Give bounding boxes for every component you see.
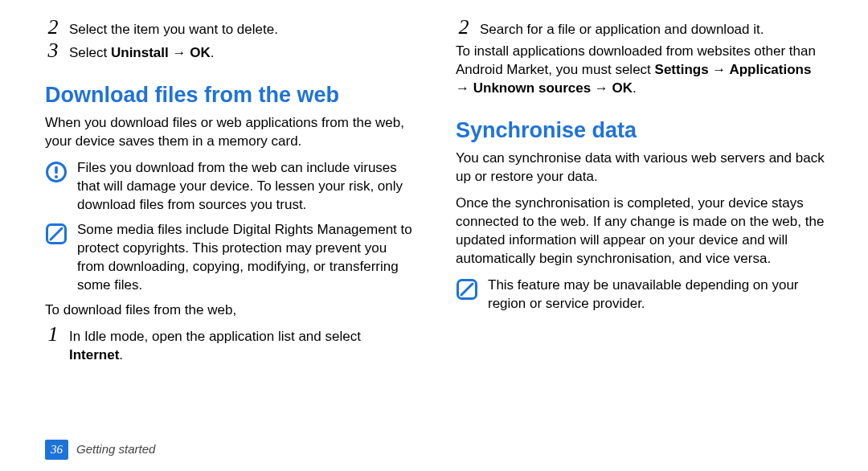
step-number: 1	[45, 324, 61, 345]
step-3: 3 Select Uninstall → OK.	[45, 43, 417, 63]
step-2: 2 Select the item you want to delete.	[45, 19, 417, 39]
left-column: 2 Select the item you want to delete. 3 …	[45, 19, 417, 435]
step-prefix: Select	[69, 45, 111, 60]
warning-note: Files you download from the web can incl…	[45, 159, 417, 215]
step-number: 3	[45, 40, 61, 61]
svg-point-2	[55, 175, 58, 178]
svg-line-4	[51, 228, 62, 240]
step-suffix: .	[211, 45, 215, 60]
region-note: This feature may be unavailable dependin…	[456, 276, 828, 313]
heading-download: Download files from the web	[45, 80, 417, 109]
warning-text: Files you download from the web can incl…	[77, 159, 417, 215]
step-text: Search for a file or application and dow…	[480, 19, 828, 39]
svg-line-6	[461, 284, 473, 295]
drm-note: Some media files include Digital Rights …	[45, 221, 417, 295]
region-note-text: This feature may be unavailable dependin…	[488, 276, 828, 313]
install-suffix: .	[633, 80, 637, 96]
warning-icon	[45, 161, 68, 183]
step-suffix: .	[119, 347, 123, 362]
download-lead: To download files from the web,	[45, 301, 417, 320]
step-prefix: In Idle mode, open the application list …	[69, 329, 361, 344]
download-intro: When you download files or web applicati…	[45, 114, 417, 151]
page-number: 36	[45, 440, 68, 460]
svg-rect-1	[55, 166, 58, 174]
step-1: 1 In Idle mode, open the application lis…	[45, 326, 417, 365]
step-number: 2	[456, 17, 472, 38]
page-footer: 36 Getting started	[45, 440, 828, 460]
heading-synchronise: Synchronise data	[456, 116, 828, 145]
footer-section: Getting started	[76, 441, 155, 457]
step-number: 2	[45, 17, 61, 38]
install-paragraph: To install applications downloaded from …	[456, 43, 828, 98]
step-text: Select the item you want to delete.	[69, 19, 417, 39]
sync-paragraph-1: You can synchronise data with various we…	[456, 149, 828, 186]
note-icon	[45, 223, 68, 245]
step-text: Select Uninstall → OK.	[69, 43, 417, 63]
sync-paragraph-2: Once the synchronisation is completed, y…	[456, 195, 828, 268]
step-bold: Uninstall → OK	[111, 45, 211, 60]
step-text: In Idle mode, open the application list …	[69, 326, 417, 365]
drm-text: Some media files include Digital Rights …	[77, 221, 417, 295]
step-bold: Internet	[69, 347, 119, 362]
right-column: 2 Search for a file or application and d…	[456, 19, 828, 435]
step-2-right: 2 Search for a file or application and d…	[456, 19, 828, 39]
note-icon	[456, 278, 478, 301]
